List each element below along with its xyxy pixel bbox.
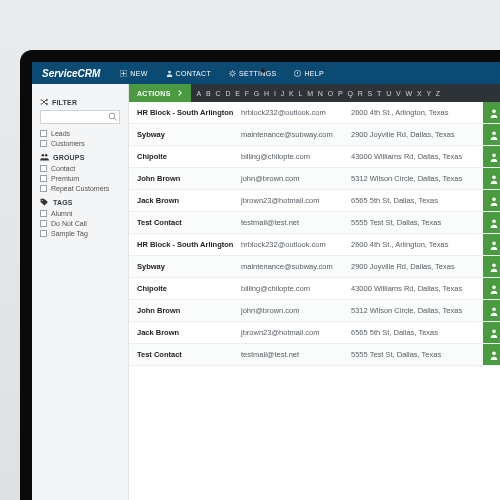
action-icon	[489, 130, 499, 140]
row-action-button[interactable]	[483, 124, 500, 145]
search-icon[interactable]	[108, 112, 117, 121]
filter-checkbox-customers[interactable]: Customers	[40, 140, 120, 147]
table-row[interactable]: Sybwaymaintenance@subway.com2900 Joyvill…	[129, 256, 500, 278]
cell-name: Jack Brown	[129, 196, 241, 205]
alpha-R[interactable]: R	[358, 90, 363, 97]
table-row[interactable]: Chipoltebilling@chilopte.com43000 Willia…	[129, 278, 500, 300]
alpha-O[interactable]: O	[328, 90, 334, 97]
actions-button[interactable]: ACTIONS	[129, 84, 191, 102]
tags-checkbox-do-not-call[interactable]: Do Not Call	[40, 220, 120, 227]
tags-checkbox-sample-tag[interactable]: Sample Tag	[40, 230, 120, 237]
cell-name: Chipolte	[129, 284, 241, 293]
action-icon	[489, 174, 499, 184]
alpha-H[interactable]: H	[264, 90, 269, 97]
alpha-J[interactable]: J	[281, 90, 285, 97]
cell-email: jbrown23@hotmail.com	[241, 328, 351, 337]
svg-point-19	[492, 351, 496, 355]
table-row[interactable]: John Brownjohn@brown.com5312 Wilson Circ…	[129, 168, 500, 190]
alpha-N[interactable]: N	[318, 90, 323, 97]
cell-email: john@brown.com	[241, 306, 351, 315]
users-icon	[40, 153, 49, 161]
table-row[interactable]: HR Block - South Arlingtonhrblock232@out…	[129, 102, 500, 124]
alpha-P[interactable]: P	[338, 90, 343, 97]
cell-address: 5312 Wilson Circle, Dallas, Texas	[351, 306, 483, 315]
alpha-L[interactable]: L	[299, 90, 303, 97]
alpha-F[interactable]: F	[245, 90, 250, 97]
alpha-X[interactable]: X	[417, 90, 422, 97]
alpha-C[interactable]: C	[216, 90, 221, 97]
alpha-B[interactable]: B	[206, 90, 211, 97]
table-row[interactable]: Chipoltebilling@chilopte.com43000 Willia…	[129, 146, 500, 168]
filter-checkbox-leads[interactable]: Leads	[40, 130, 120, 137]
row-action-button[interactable]	[483, 278, 500, 299]
cell-email: jbrown23@hotmail.com	[241, 196, 351, 205]
table-row[interactable]: HR Block - South Arlingtonhrblock232@out…	[129, 234, 500, 256]
alpha-Z[interactable]: Z	[436, 90, 441, 97]
svg-point-18	[492, 329, 496, 333]
row-action-button[interactable]	[483, 102, 500, 123]
table-row[interactable]: John Brownjohn@brown.com5312 Wilson Circ…	[129, 300, 500, 322]
row-action-button[interactable]	[483, 168, 500, 189]
groups-checkbox-contact[interactable]: Contact	[40, 165, 120, 172]
row-action-button[interactable]	[483, 234, 500, 255]
table-row[interactable]: Jack Brownjbrown23@hotmail.com6565 5th S…	[129, 190, 500, 212]
table-row[interactable]: Jack Brownjbrown23@hotmail.com6565 5th S…	[129, 322, 500, 344]
nav-help[interactable]: HELP	[294, 70, 324, 77]
alpha-Q[interactable]: Q	[347, 90, 353, 97]
tag-icon	[40, 198, 49, 206]
nav-settings[interactable]: SETTINGS	[229, 70, 276, 77]
alpha-S[interactable]: S	[368, 90, 373, 97]
chevron-right-icon	[177, 90, 183, 96]
row-action-button[interactable]	[483, 344, 500, 365]
action-icon	[489, 108, 499, 118]
cell-address: 43000 Williams Rd, Dallas, Texas	[351, 284, 483, 293]
row-action-button[interactable]	[483, 300, 500, 321]
alpha-I[interactable]: I	[274, 90, 276, 97]
checkbox-icon	[40, 230, 47, 237]
alpha-M[interactable]: M	[307, 90, 313, 97]
alpha-G[interactable]: G	[254, 90, 260, 97]
cell-name: Sybway	[129, 262, 241, 271]
alpha-K[interactable]: K	[289, 90, 294, 97]
cell-name: Test Contact	[129, 350, 241, 359]
row-action-button[interactable]	[483, 256, 500, 277]
row-action-button[interactable]	[483, 322, 500, 343]
alpha-V[interactable]: V	[396, 90, 401, 97]
alpha-D[interactable]: D	[225, 90, 230, 97]
groups-checkbox-premium[interactable]: Premium	[40, 175, 120, 182]
cell-email: testmail@test.net	[241, 218, 351, 227]
checkbox-icon	[40, 165, 47, 172]
svg-point-14	[492, 241, 496, 245]
groups-checkbox-repeat-customers[interactable]: Repeat Customers	[40, 185, 120, 192]
cell-email: maintenance@subway.com	[241, 130, 351, 139]
gear-icon	[229, 70, 236, 77]
svg-point-12	[492, 197, 496, 201]
alpha-E[interactable]: E	[235, 90, 240, 97]
alpha-W[interactable]: W	[405, 90, 412, 97]
tags-heading: TAGS	[40, 198, 120, 206]
alpha-A[interactable]: A	[197, 90, 202, 97]
nav-contact[interactable]: CONTACT	[166, 70, 211, 77]
table-row[interactable]: Test Contacttestmail@test.net5555 Test S…	[129, 344, 500, 366]
cell-email: testmail@test.net	[241, 350, 351, 359]
alpha-U[interactable]: U	[386, 90, 391, 97]
table-row[interactable]: Test Contacttestmail@test.net5555 Test S…	[129, 212, 500, 234]
row-action-button[interactable]	[483, 190, 500, 211]
help-icon	[294, 70, 301, 77]
tags-checkbox-alumni[interactable]: Alumni	[40, 210, 120, 217]
alpha-T[interactable]: T	[377, 90, 382, 97]
cell-name: Chipolte	[129, 152, 241, 161]
svg-point-10	[492, 153, 496, 157]
row-action-button[interactable]	[483, 146, 500, 167]
cell-address: 2600 4th St., Arlington, Texas	[351, 240, 483, 249]
alpha-Y[interactable]: Y	[426, 90, 431, 97]
shuffle-icon	[40, 98, 48, 106]
toolbar: ACTIONS ABCDEFGHIJKLMNOPQRSTUVWXYZ	[129, 84, 500, 102]
device-camera	[260, 68, 265, 73]
nav-new[interactable]: NEW	[120, 70, 147, 77]
table-row[interactable]: Sybwaymaintenance@subway.com2900 Joyvill…	[129, 124, 500, 146]
row-action-button[interactable]	[483, 212, 500, 233]
checkbox-icon	[40, 175, 47, 182]
alphabet-index: ABCDEFGHIJKLMNOPQRSTUVWXYZ	[191, 84, 500, 102]
cell-address: 5555 Test St, Dallas, Texas	[351, 350, 483, 359]
